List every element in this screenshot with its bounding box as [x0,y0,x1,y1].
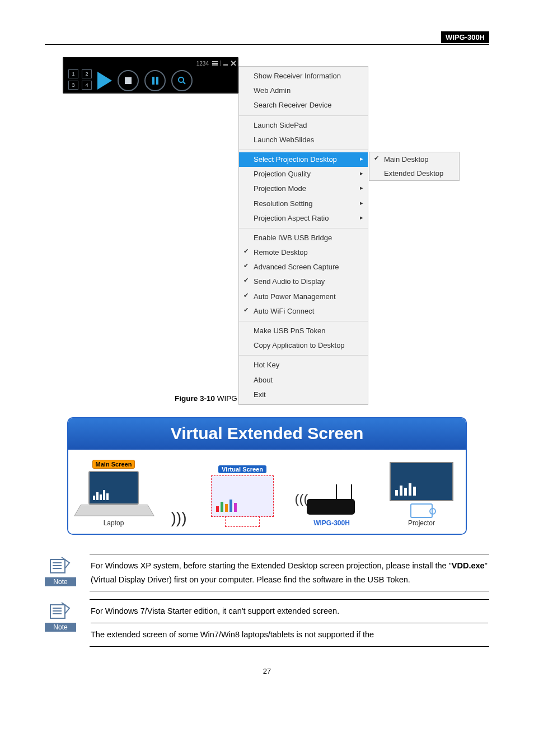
laptop-label: Laptop [81,519,147,527]
search-button[interactable] [171,70,193,91]
menu-enable-iwb[interactable]: Enable IWB USB Bridge [239,231,368,245]
wipg-toolbar: 1234 12 34 [63,57,238,94]
svg-point-6 [179,77,184,82]
menu-projection-quality[interactable]: Projection Quality [239,167,368,181]
note-icon: Note [45,599,76,632]
stop-button[interactable] [118,70,139,91]
svg-rect-3 [223,64,228,66]
note-1-text: For Windows XP system, before starting t… [90,554,489,591]
menu-projection-mode[interactable]: Projection Mode [239,181,368,196]
laptop-icon [81,471,147,516]
menu-launch-sidepad[interactable]: Launch SidePad [239,118,368,133]
submenu-extended-desktop[interactable]: Extended Desktop [369,166,459,180]
page-number: 27 [45,667,489,675]
virtual-screen-icon [211,475,274,517]
menu-make-usb-token[interactable]: Make USB PnS Token [239,324,368,338]
menu-send-audio[interactable]: Send Audio to Display [239,274,368,289]
menu-resolution-setting[interactable]: Resolution Setting [239,197,368,211]
menu-launch-webslides[interactable]: Launch WebSlides [239,133,368,147]
split-selector[interactable]: 12 34 [68,69,94,92]
ves-title: Virtual Extended Screen [68,418,466,450]
menu-hot-key[interactable]: Hot Key [239,358,368,372]
svg-rect-1 [212,63,218,64]
menu-copy-app[interactable]: Copy Application to Desktop [239,338,368,353]
header-model-badge: WIPG-300H [441,31,489,43]
note-icon: Note [45,554,76,586]
menu-exit[interactable]: Exit [239,388,368,402]
router-label: WIPG-300H [298,519,365,527]
submenu-projection-desktop: Main Desktop Extended Desktop [369,152,460,181]
menu-select-projection-desktop[interactable]: Select Projection Desktop [239,152,368,167]
main-screen-tag: Main Screen [92,460,135,469]
menu-adv-screen-capture[interactable]: Advanced Screen Capture [239,260,368,274]
menu-show-receiver-info[interactable]: Show Receiver Information [239,69,368,83]
virtual-screen-tag: Virtual Screen [218,465,266,473]
context-menu: Show Receiver Information Web Admin Sear… [238,66,368,405]
wifi-waves-icon: ))) [171,509,187,527]
menu-about[interactable]: About [239,373,368,388]
projector-screen-icon [390,462,453,501]
svg-line-7 [183,82,185,84]
router-icon: ((( [298,481,365,517]
projector-label: Projector [390,519,453,527]
menu-remote-desktop[interactable]: Remote Desktop [239,245,368,260]
menu-aspect-ratio[interactable]: Projection Aspect Ratio [239,211,368,226]
menu-search-receiver[interactable]: Search Receiver Device [239,98,368,113]
ves-diagram: Virtual Extended Screen Main Screen Lapt… [67,417,467,535]
svg-rect-0 [212,61,218,62]
svg-rect-2 [212,64,218,66]
submenu-main-desktop[interactable]: Main Desktop [369,152,459,166]
menu-auto-power[interactable]: Auto Power Management [239,290,368,304]
note-2-text: For Windows 7/Vista Starter edition, it … [90,599,489,646]
minimize-icon[interactable] [223,60,228,66]
menu-web-admin[interactable]: Web Admin [239,83,368,98]
play-icon[interactable] [97,72,112,90]
pause-button[interactable] [144,70,166,91]
menu-auto-wifi[interactable]: Auto WiFi Connect [239,304,368,319]
projector-icon [410,503,433,518]
menu-icon[interactable] [212,60,218,66]
utility-screenshot: 1234 12 34 [63,57,471,388]
toolbar-code: 1234 [196,60,209,67]
close-icon[interactable] [231,60,236,66]
